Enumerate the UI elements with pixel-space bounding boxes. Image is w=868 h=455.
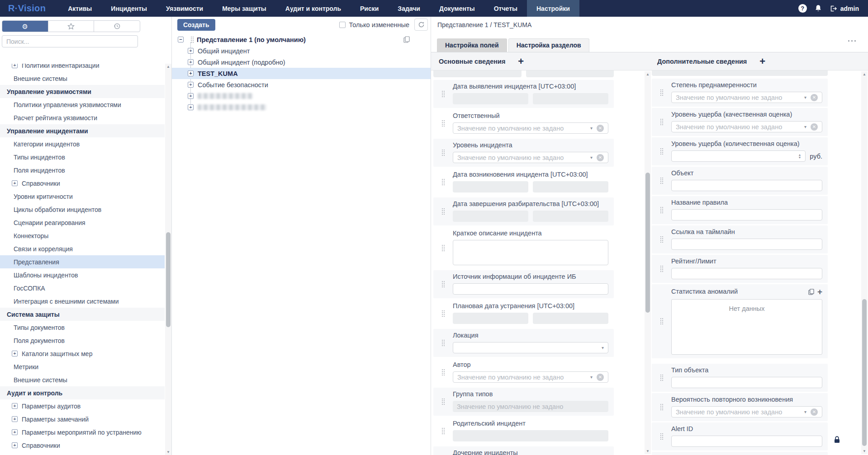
sidebar-item[interactable]: +Справочники bbox=[0, 177, 165, 190]
scroll-down-arrow[interactable]: ▼ bbox=[861, 448, 868, 454]
clear-icon[interactable]: ✕ bbox=[597, 125, 604, 132]
tab-settings[interactable]: ⚙ bbox=[2, 21, 48, 32]
sidebar-search-input[interactable] bbox=[2, 35, 138, 47]
drag-handle-icon[interactable] bbox=[442, 339, 445, 346]
drag-handle-icon[interactable] bbox=[660, 433, 663, 440]
sidebar-item[interactable]: Интеграция с внешними системами bbox=[0, 295, 165, 308]
sidebar-item[interactable]: Представления bbox=[0, 255, 165, 268]
create-button[interactable]: Создать bbox=[177, 19, 215, 31]
help-icon[interactable]: ? bbox=[798, 4, 807, 13]
default-value-select[interactable]: Значение по умолчанию не задано▾✕ bbox=[453, 371, 608, 383]
expand-plus-icon[interactable]: + bbox=[12, 442, 18, 448]
sidebar-item[interactable]: Связи и корреляция bbox=[0, 242, 165, 255]
refresh-button[interactable] bbox=[414, 19, 428, 31]
date-input[interactable] bbox=[533, 313, 608, 324]
expand-plus-icon[interactable]: + bbox=[188, 93, 194, 99]
tree-item[interactable]: +TEST_KUMA bbox=[172, 68, 431, 79]
sidebar-item[interactable]: Шаблоны инцидентов bbox=[0, 268, 165, 281]
date-input[interactable] bbox=[533, 181, 608, 192]
sidebar-item[interactable]: +Параметры замечаний bbox=[0, 413, 165, 426]
expand-plus-icon[interactable]: + bbox=[12, 416, 18, 422]
default-value-select[interactable]: Значение по умолчанию не задано▾✕ bbox=[671, 406, 822, 417]
expand-plus-icon[interactable]: + bbox=[188, 70, 194, 76]
sidebar-item[interactable]: ГосСОПКА bbox=[0, 281, 165, 295]
default-value-select[interactable]: Значение по умолчанию не задано▾✕ bbox=[453, 122, 608, 134]
drag-handle-icon[interactable] bbox=[442, 281, 445, 287]
sidebar-item[interactable]: Внешние системы bbox=[0, 72, 165, 85]
text-input[interactable] bbox=[671, 436, 822, 447]
text-input[interactable] bbox=[671, 377, 822, 388]
drag-handle-icon[interactable] bbox=[660, 206, 663, 213]
sidebar-item[interactable]: Требования bbox=[0, 452, 165, 455]
tree-item-redacted[interactable]: + bbox=[172, 90, 431, 102]
date-input[interactable] bbox=[433, 70, 522, 77]
tree-item-redacted[interactable]: + bbox=[172, 102, 431, 113]
expand-plus-icon[interactable]: + bbox=[12, 403, 18, 409]
user-menu[interactable]: admin bbox=[830, 5, 859, 12]
scrollbar-thumb[interactable] bbox=[166, 232, 171, 327]
copy-icon[interactable] bbox=[808, 289, 814, 295]
add-field-icon[interactable]: + bbox=[759, 56, 765, 66]
text-input[interactable] bbox=[671, 239, 822, 250]
scroll-down-arrow[interactable]: ▼ bbox=[645, 448, 651, 454]
tree-item[interactable]: +Общий инцидент bbox=[172, 45, 431, 56]
sidebar-item[interactable]: Поля документов bbox=[0, 334, 165, 347]
sidebar-item[interactable]: +Параметры мероприятий по устранению bbox=[0, 426, 165, 439]
sidebar-item[interactable]: Политики управления уязвимостями bbox=[0, 98, 165, 111]
number-stepper-icon[interactable]: ▲▼ bbox=[798, 154, 801, 159]
add-field-icon[interactable]: + bbox=[518, 56, 524, 66]
scroll-up-arrow[interactable]: ▲ bbox=[645, 71, 651, 77]
drag-handle-icon[interactable] bbox=[442, 427, 445, 434]
clear-icon[interactable]: ✕ bbox=[811, 123, 818, 131]
sidebar-item[interactable]: Метрики bbox=[0, 360, 165, 373]
expand-plus-icon[interactable]: + bbox=[12, 64, 18, 68]
expand-plus-icon[interactable]: + bbox=[12, 351, 18, 356]
sidebar-item[interactable]: Уровни критичности bbox=[0, 190, 165, 203]
nav-item[interactable]: Отчеты bbox=[484, 0, 527, 17]
clear-icon[interactable]: ✕ bbox=[811, 408, 818, 416]
nav-item[interactable]: Документы bbox=[430, 0, 484, 17]
copy-icon[interactable] bbox=[403, 36, 410, 43]
date-input[interactable] bbox=[453, 313, 528, 324]
sidebar-item[interactable]: +Справочники bbox=[0, 439, 165, 452]
text-input[interactable] bbox=[671, 268, 822, 279]
sidebar-item[interactable]: Сценарии реагирования bbox=[0, 216, 165, 229]
expand-plus-icon[interactable]: + bbox=[188, 48, 194, 54]
default-value-select[interactable]: Значение по умолчанию не задано▾✕ bbox=[671, 121, 822, 132]
date-input[interactable] bbox=[453, 181, 528, 192]
sidebar-item[interactable]: Поля инцидентов bbox=[0, 164, 165, 177]
text-input[interactable] bbox=[453, 283, 608, 295]
drag-handle-icon[interactable] bbox=[442, 310, 445, 317]
drag-handle-icon[interactable] bbox=[442, 120, 445, 127]
sidebar-item[interactable]: Категории инцидентов bbox=[0, 137, 165, 150]
date-input[interactable] bbox=[533, 211, 608, 222]
sidebar-item[interactable]: Внешние системы bbox=[0, 373, 165, 386]
scroll-down-arrow[interactable]: ▼ bbox=[165, 449, 171, 455]
default-value-select[interactable]: Значение по умолчанию не задано▾✕ bbox=[671, 92, 822, 103]
sidebar-item[interactable]: +Параметры аудитов bbox=[0, 399, 165, 413]
drag-handle-icon[interactable] bbox=[660, 374, 663, 381]
text-input[interactable] bbox=[671, 209, 822, 220]
drag-handle-icon[interactable] bbox=[442, 208, 445, 215]
default-value-select[interactable]: Значение по умолчанию не задано▾✕ bbox=[453, 152, 608, 163]
clear-icon[interactable]: ✕ bbox=[597, 374, 604, 381]
drag-handle-icon[interactable] bbox=[660, 148, 663, 155]
sidebar-item[interactable]: Типы инцидентов bbox=[0, 150, 165, 164]
more-options-icon[interactable] bbox=[848, 39, 858, 42]
sidebar-item[interactable]: Типы документов bbox=[0, 321, 165, 334]
clear-icon[interactable]: ✕ bbox=[811, 94, 818, 101]
only-changed-checkbox[interactable] bbox=[339, 22, 346, 28]
drag-handle-icon[interactable] bbox=[660, 318, 663, 324]
drag-handle-icon[interactable] bbox=[660, 236, 663, 243]
drag-handle-icon[interactable] bbox=[442, 149, 445, 156]
drag-handle-icon[interactable] bbox=[660, 118, 663, 125]
date-input[interactable] bbox=[453, 211, 528, 222]
drag-handle-icon[interactable] bbox=[442, 244, 445, 251]
drag-handle-icon[interactable] bbox=[660, 265, 663, 272]
date-input[interactable] bbox=[526, 70, 614, 77]
nav-item[interactable]: Активы bbox=[58, 0, 101, 17]
expand-plus-icon[interactable]: + bbox=[188, 104, 194, 110]
date-input[interactable] bbox=[533, 93, 608, 104]
nav-item[interactable]: Риски bbox=[351, 0, 388, 17]
tab-favorites[interactable] bbox=[48, 21, 95, 32]
